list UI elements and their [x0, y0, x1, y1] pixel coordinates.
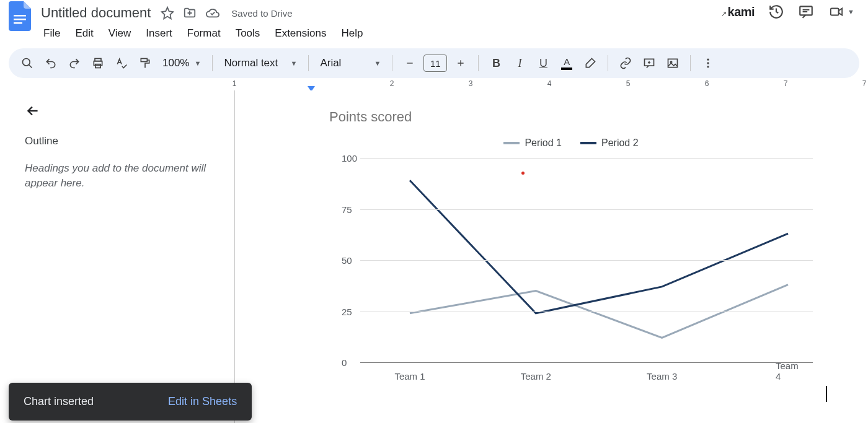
text-cursor [826, 386, 827, 402]
paragraph-style-select[interactable]: Normal text▼ [220, 57, 301, 69]
svg-point-5 [23, 59, 30, 66]
decrease-font-icon[interactable] [400, 53, 420, 73]
bold-icon[interactable]: B [486, 53, 506, 73]
toast-action-link[interactable]: Edit in Sheets [168, 395, 237, 408]
vertical-ruler[interactable] [0, 90, 12, 423]
y-tick-label: 75 [342, 204, 352, 214]
legend-label: Period 1 [525, 137, 562, 149]
x-tick-label: Team 3 [647, 371, 677, 382]
cloud-saved-icon[interactable] [205, 6, 220, 20]
undo-icon[interactable] [41, 53, 61, 73]
search-icon[interactable] [17, 53, 37, 73]
ruler-mark: 7 [862, 79, 867, 88]
svg-rect-3 [800, 6, 812, 15]
comments-icon[interactable] [798, 4, 814, 20]
kami-extension[interactable]: ↗kami [721, 5, 755, 19]
menu-extensions[interactable]: Extensions [268, 25, 332, 42]
outline-empty-hint: Headings you add to the document will ap… [25, 161, 222, 191]
document-canvas[interactable]: Points scored Period 1 Period 2 02550751… [234, 90, 868, 423]
y-tick-label: 25 [342, 306, 352, 316]
chart[interactable]: Period 1 Period 2 0255075100Team 1Team 2… [329, 137, 813, 385]
menu-view[interactable]: View [102, 25, 138, 42]
link-icon[interactable] [616, 53, 636, 73]
font-size-input[interactable]: 11 [423, 55, 447, 72]
ruler-mark: 5 [626, 79, 631, 88]
svg-rect-2 [14, 22, 22, 24]
ruler-mark: 3 [469, 79, 473, 88]
more-icon[interactable] [698, 53, 718, 73]
zoom-select[interactable]: 100%▼ [159, 57, 205, 69]
star-icon[interactable] [161, 6, 174, 20]
y-tick-label: 50 [342, 255, 352, 266]
svg-rect-1 [14, 19, 26, 20]
move-icon[interactable] [183, 6, 197, 20]
y-tick-label: 0 [342, 357, 347, 368]
svg-point-13 [707, 59, 709, 61]
menu-edit[interactable]: Edit [69, 25, 99, 42]
add-comment-icon[interactable] [639, 53, 659, 73]
collapse-outline-icon[interactable] [25, 103, 222, 119]
legend-swatch [503, 142, 520, 144]
saved-status: Saved to Drive [231, 8, 292, 19]
ruler-mark: 6 [705, 79, 709, 88]
menu-tools[interactable]: Tools [229, 25, 267, 42]
document-title[interactable]: Untitled document [37, 4, 154, 22]
highlight-icon[interactable] [580, 53, 600, 73]
meet-icon[interactable]: ▼ [828, 5, 854, 19]
header: Untitled document Saved to Drive File Ed… [0, 0, 868, 42]
redo-icon[interactable] [64, 53, 84, 73]
text-color-icon[interactable]: A [557, 53, 577, 73]
menu-bar: File Edit View Insert Format Tools Exten… [37, 25, 721, 42]
outline-sidebar: Outline Headings you add to the document… [12, 90, 234, 423]
ruler-mark: 4 [547, 79, 552, 88]
annotation-dot-icon [521, 172, 525, 175]
menu-file[interactable]: File [37, 25, 66, 42]
svg-rect-11 [668, 59, 678, 67]
menu-insert[interactable]: Insert [140, 25, 179, 42]
x-tick-label: Team 1 [394, 371, 425, 382]
italic-icon[interactable]: I [510, 53, 529, 73]
svg-rect-9 [141, 59, 147, 62]
toast-message: Chart inserted [24, 395, 94, 408]
increase-font-icon[interactable] [451, 53, 471, 73]
chart-legend: Period 1 Period 2 [329, 137, 813, 149]
ruler-mark: 1 [232, 79, 237, 88]
menu-help[interactable]: Help [335, 25, 369, 42]
underline-icon[interactable]: U [533, 53, 553, 73]
x-tick-label: Team 4 [776, 360, 800, 382]
svg-rect-4 [831, 9, 839, 15]
spellcheck-icon[interactable] [112, 53, 131, 73]
font-select[interactable]: Arial▼ [316, 57, 384, 69]
horizontal-ruler[interactable]: 1 2 3 4 5 6 7 7 [234, 78, 868, 90]
toolbar: 100%▼ Normal text▼ Arial▼ 11 B I U A [9, 48, 859, 78]
y-tick-label: 100 [342, 153, 357, 164]
ruler-mark: 2 [390, 79, 394, 88]
x-tick-label: Team 2 [521, 371, 551, 382]
toast-notification: Chart inserted Edit in Sheets [9, 383, 252, 421]
menu-format[interactable]: Format [181, 25, 227, 42]
svg-rect-0 [14, 15, 26, 17]
history-icon[interactable] [768, 4, 784, 20]
docs-logo-icon[interactable] [7, 4, 32, 28]
print-icon[interactable] [88, 53, 108, 73]
chart-title: Points scored [329, 109, 868, 125]
legend-label: Period 2 [601, 137, 639, 149]
outline-heading: Outline [25, 135, 222, 147]
paint-format-icon[interactable] [135, 53, 155, 73]
legend-swatch [580, 142, 596, 144]
svg-point-15 [707, 66, 709, 68]
chart-plot-area: 0255075100Team 1Team 2Team 3Team 4 [342, 155, 813, 365]
ruler-mark: 7 [784, 79, 788, 88]
insert-image-icon[interactable] [663, 53, 683, 73]
svg-point-14 [707, 62, 709, 64]
